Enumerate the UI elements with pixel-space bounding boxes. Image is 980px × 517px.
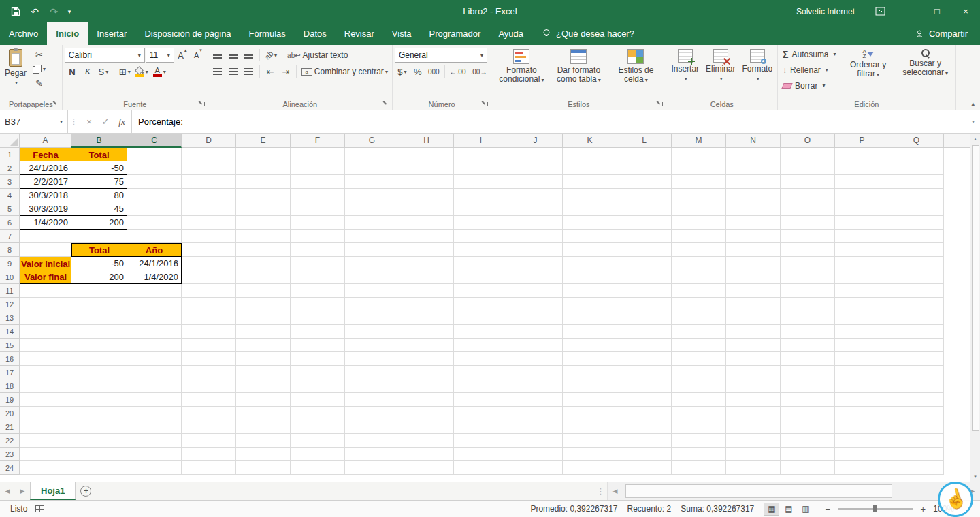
cell-G8[interactable] [345, 243, 399, 257]
fill-button[interactable]: ↓ Rellenar▾ [780, 62, 838, 78]
cell-Q8[interactable] [889, 243, 944, 257]
sort-filter-button[interactable]: AZ Ordenar y filtrar▾ [840, 46, 896, 97]
cell-L5[interactable] [617, 202, 672, 216]
cell-E4[interactable] [236, 189, 291, 202]
cell-B4[interactable]: 80 [71, 189, 127, 202]
cell-E8[interactable] [236, 243, 291, 257]
column-header-P[interactable]: P [835, 134, 889, 148]
percent-format-button[interactable]: % [410, 64, 425, 79]
cell-I12[interactable] [454, 298, 508, 311]
cell-L8[interactable] [617, 243, 672, 257]
wrap-text-button[interactable]: ab↩Ajustar texto [285, 48, 350, 63]
cell-F6[interactable] [291, 216, 345, 230]
column-header-C[interactable]: C [127, 134, 182, 148]
cell-L9[interactable] [617, 257, 672, 270]
cell-E5[interactable] [236, 202, 291, 216]
cell-D12[interactable] [182, 298, 236, 311]
cell-I2[interactable] [454, 161, 508, 175]
cell-K17[interactable] [563, 366, 617, 379]
font-family-select[interactable]: Calibri▾ [65, 48, 145, 63]
cell-M3[interactable] [672, 175, 726, 189]
row-header-24[interactable]: 24 [0, 461, 20, 475]
cell-G12[interactable] [345, 298, 399, 311]
cell-E20[interactable] [236, 407, 291, 420]
cell-J21[interactable] [508, 420, 563, 434]
vertical-scroll-thumb[interactable] [972, 145, 979, 431]
delete-cells-button[interactable]: Eliminar▾ [703, 46, 738, 97]
cell-I22[interactable] [454, 434, 508, 448]
cell-C16[interactable] [127, 352, 182, 366]
customize-qat-button[interactable]: ▾ [64, 3, 75, 20]
cell-J23[interactable] [508, 448, 563, 461]
cell-L19[interactable] [617, 393, 672, 407]
cell-P15[interactable] [835, 339, 889, 352]
cell-E16[interactable] [236, 352, 291, 366]
cell-C19[interactable] [127, 393, 182, 407]
cell-C2[interactable] [127, 161, 182, 175]
cell-I1[interactable] [454, 148, 508, 161]
cell-M15[interactable] [672, 339, 726, 352]
cell-N19[interactable] [726, 393, 781, 407]
cell-B9[interactable]: -50 [71, 257, 127, 270]
cell-N20[interactable] [726, 407, 781, 420]
cut-button[interactable]: ✂ [31, 48, 48, 61]
cell-F1[interactable] [291, 148, 345, 161]
cell-H23[interactable] [399, 448, 454, 461]
cell-N14[interactable] [726, 325, 781, 339]
cell-M12[interactable] [672, 298, 726, 311]
cell-E14[interactable] [236, 325, 291, 339]
align-left-button[interactable] [210, 64, 225, 79]
cell-N2[interactable] [726, 161, 781, 175]
cell-E15[interactable] [236, 339, 291, 352]
cell-A4[interactable]: 30/3/2018 [20, 189, 71, 202]
cell-I20[interactable] [454, 407, 508, 420]
row-header-2[interactable]: 2 [0, 161, 20, 175]
bold-button[interactable]: N [65, 64, 80, 79]
cell-D16[interactable] [182, 352, 236, 366]
cell-H8[interactable] [399, 243, 454, 257]
cell-E12[interactable] [236, 298, 291, 311]
cell-M11[interactable] [672, 284, 726, 298]
insert-function-icon[interactable]: fx [114, 116, 129, 127]
cell-K23[interactable] [563, 448, 617, 461]
cell-O19[interactable] [781, 393, 835, 407]
maximize-button[interactable]: □ [923, 0, 951, 22]
cell-J2[interactable] [508, 161, 563, 175]
tab-disposicion[interactable]: Disposición de página [135, 22, 240, 45]
cell-L4[interactable] [617, 189, 672, 202]
cell-G16[interactable] [345, 352, 399, 366]
cell-B21[interactable] [71, 420, 127, 434]
enter-icon[interactable]: ✓ [98, 116, 113, 127]
cell-I9[interactable] [454, 257, 508, 270]
cell-G19[interactable] [345, 393, 399, 407]
cell-L21[interactable] [617, 420, 672, 434]
clear-button[interactable]: Borrar▾ [780, 78, 838, 93]
cell-N5[interactable] [726, 202, 781, 216]
cell-D5[interactable] [182, 202, 236, 216]
cell-K18[interactable] [563, 379, 617, 393]
row-header-22[interactable]: 22 [0, 434, 20, 448]
cell-Q17[interactable] [889, 366, 944, 379]
cell-G24[interactable] [345, 461, 399, 475]
cell-B10[interactable]: 200 [71, 270, 127, 284]
page-layout-view-icon[interactable]: ▤ [781, 503, 796, 516]
cell-Q24[interactable] [889, 461, 944, 475]
cell-G4[interactable] [345, 189, 399, 202]
macro-record-icon[interactable] [35, 505, 44, 512]
cell-L22[interactable] [617, 434, 672, 448]
cell-D21[interactable] [182, 420, 236, 434]
cell-styles-button[interactable]: Estilos de celda▾ [608, 46, 664, 97]
cell-M8[interactable] [672, 243, 726, 257]
cell-L17[interactable] [617, 366, 672, 379]
cell-A3[interactable]: 2/2/2017 [20, 175, 71, 189]
cell-P2[interactable] [835, 161, 889, 175]
cell-J14[interactable] [508, 325, 563, 339]
cell-C22[interactable] [127, 434, 182, 448]
cell-F23[interactable] [291, 448, 345, 461]
cell-I3[interactable] [454, 175, 508, 189]
cell-P11[interactable] [835, 284, 889, 298]
cell-J24[interactable] [508, 461, 563, 475]
cell-O8[interactable] [781, 243, 835, 257]
cell-D4[interactable] [182, 189, 236, 202]
cell-P17[interactable] [835, 366, 889, 379]
